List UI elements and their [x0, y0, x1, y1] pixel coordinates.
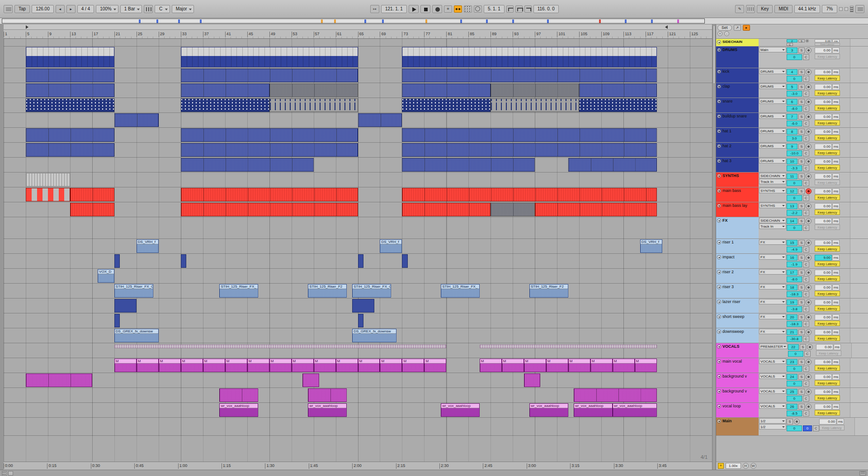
track-number-box[interactable]: 9 — [787, 144, 797, 149]
routing-select[interactable]: FX — [759, 254, 786, 260]
keep-latency-button[interactable]: Keep Latency — [815, 276, 840, 281]
clip[interactable]: M — [336, 359, 358, 372]
collapse-tracks-minus-icon[interactable]: - — [724, 31, 729, 36]
keep-latency-button[interactable]: Keep Latency — [819, 425, 844, 430]
routing-select[interactable]: SIDECHAIN — [759, 218, 786, 223]
routing-select[interactable]: FX — [759, 314, 786, 319]
latency-value[interactable]: 0.00 — [819, 419, 836, 425]
fold-icon[interactable] — [717, 114, 721, 118]
clip[interactable] — [181, 143, 358, 157]
keep-latency-button[interactable]: Keep Latency — [815, 120, 840, 126]
track-row-riser-2[interactable]: riser 2FX17S-8.0C0.00msKeep Latency — [716, 269, 868, 284]
latency-value[interactable]: 0.00 — [815, 47, 832, 53]
clip[interactable] — [402, 128, 656, 142]
clip[interactable]: M — [358, 359, 380, 372]
volume-box[interactable]: -1.9 — [787, 261, 802, 267]
latency-value[interactable]: 0.00 — [815, 270, 832, 275]
solo-button[interactable]: S — [798, 285, 805, 290]
keep-latency-button[interactable]: Keep Latency — [815, 105, 840, 111]
solo-button[interactable]: S — [798, 114, 805, 120]
latency-value[interactable]: 0.00 — [815, 69, 832, 75]
solo-button[interactable]: S — [798, 144, 805, 149]
latency-value[interactable]: 0.00 — [815, 159, 832, 164]
track-number-box[interactable]: 7 — [787, 114, 797, 120]
crossfade-button[interactable]: C — [803, 321, 809, 327]
routing-select[interactable]: SYNTHS — [759, 203, 786, 208]
expand-tracks-plus-icon[interactable]: + — [717, 31, 722, 36]
clip[interactable] — [358, 113, 402, 127]
show-overview-icon[interactable] — [8, 471, 13, 476]
lane-hat-2[interactable] — [4, 143, 712, 158]
re-enable-automation-icon[interactable] — [464, 5, 472, 13]
clip[interactable]: M — [292, 359, 314, 372]
clip[interactable] — [114, 345, 447, 348]
keep-latency-button[interactable]: Keep Latency — [815, 321, 840, 326]
fold-icon[interactable] — [717, 300, 721, 304]
arm-button[interactable] — [806, 374, 811, 380]
track-name[interactable]: main bass — [716, 187, 759, 202]
clip[interactable]: wr_vox_aaahloop — [529, 403, 568, 417]
fold-icon[interactable] — [717, 404, 721, 408]
track-number-box[interactable]: 26 — [787, 404, 797, 410]
track-row-hat-3[interactable]: hat 3DRUMS10S-3.3C0.00msKeep Latency — [716, 158, 868, 173]
clip[interactable]: M — [524, 359, 546, 372]
track-name[interactable]: hat 1 — [716, 128, 759, 142]
arm-button[interactable] — [806, 144, 811, 149]
volume-box[interactable]: -8.0 — [787, 276, 802, 282]
zoom-plus-icon[interactable]: + — [718, 463, 724, 469]
routing-select[interactable]: FX — [759, 299, 786, 304]
latency-value[interactable]: 0.00 — [815, 218, 832, 224]
volume-box[interactable]: -18.3 — [787, 291, 802, 297]
fold-icon[interactable] — [717, 189, 721, 193]
clip[interactable] — [26, 373, 92, 387]
routing-select[interactable]: SYNTHS — [759, 188, 786, 193]
track-name[interactable]: lazer riser — [716, 299, 759, 313]
track-name[interactable]: background v — [716, 373, 759, 387]
routing-select[interactable]: DRUMS — [759, 69, 786, 74]
lane-buildup-snare[interactable] — [4, 113, 712, 128]
key-map-button[interactable]: Key — [757, 5, 773, 13]
clip[interactable]: DS_VRH_f — [640, 239, 662, 253]
quantization-menu[interactable]: 1 Bar — [120, 5, 142, 13]
clip[interactable]: M — [502, 359, 524, 372]
track-name[interactable]: hat 2 — [716, 143, 759, 157]
clip[interactable] — [181, 254, 186, 268]
track-row-main[interactable]: Main1/21/2S00C0.00msKeep Latency — [716, 418, 868, 436]
solo-button[interactable]: S — [798, 389, 805, 395]
keep-latency-button[interactable]: Keep Latency — [815, 261, 840, 266]
routing-select[interactable]: DRUMS — [759, 98, 786, 104]
track-name[interactable]: Main — [716, 418, 759, 435]
routing-select[interactable]: FX — [759, 284, 786, 289]
keep-latency-button[interactable]: Keep Latency — [815, 291, 840, 296]
track-number-box[interactable]: 13 — [787, 203, 797, 209]
keep-latency-button[interactable]: Keep Latency — [815, 410, 840, 415]
clip[interactable] — [26, 143, 114, 157]
clip[interactable] — [574, 388, 657, 402]
clip[interactable]: M — [225, 359, 247, 372]
clip[interactable] — [181, 84, 269, 97]
arm-button[interactable] — [807, 344, 813, 350]
track-row-kick[interactable]: kickDRUMS4S0C0.00msKeep Latency — [716, 68, 868, 83]
keep-latency-button[interactable]: Keep Latency — [815, 135, 840, 140]
lane-background-v[interactable] — [4, 388, 712, 403]
arm-button[interactable] — [806, 329, 811, 335]
clip[interactable]: M — [203, 359, 225, 372]
track-name[interactable]: kick — [716, 68, 759, 83]
clip[interactable] — [181, 69, 358, 82]
crossfade-button[interactable]: C — [803, 121, 809, 126]
crossfade-button[interactable]: C — [803, 276, 809, 282]
volume-box[interactable]: 0 — [787, 425, 802, 431]
clip[interactable] — [269, 98, 358, 112]
crossfade-button[interactable]: C — [803, 76, 809, 82]
track-name[interactable]: SIDECHAIN — [716, 39, 759, 46]
clip[interactable]: M — [568, 359, 590, 372]
options-menu-icon[interactable] — [4, 5, 13, 13]
fold-icon[interactable] — [717, 219, 721, 223]
lane-riser-2[interactable]: VOX_D — [4, 269, 712, 284]
track-number-box[interactable]: 18 — [787, 285, 797, 290]
arm-button[interactable] — [806, 389, 811, 395]
clip[interactable]: wr_vox_aaahloop — [219, 403, 258, 417]
latency-value[interactable]: 0.00 — [815, 173, 832, 179]
routing-select[interactable]: Track In — [759, 179, 786, 184]
latency-value[interactable]: 0.00 — [815, 374, 832, 380]
